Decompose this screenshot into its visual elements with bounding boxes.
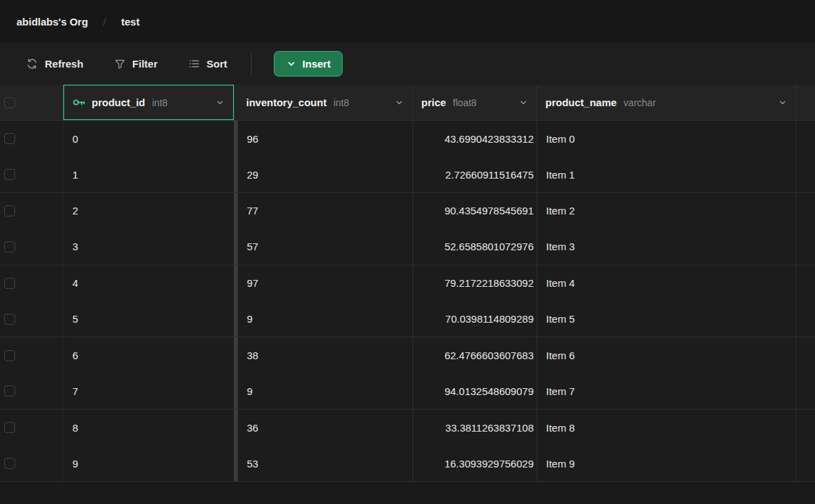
column-menu-chevron-icon[interactable] (215, 98, 225, 108)
cell-inventory-count[interactable]: 9 (238, 374, 413, 409)
row-checkbox[interactable] (4, 385, 15, 396)
cell-inventory-count[interactable]: 29 (238, 157, 413, 192)
cell-inventory-count[interactable]: 9 (238, 301, 413, 336)
cell-price[interactable]: 16.3093929756029 (413, 446, 537, 481)
insert-button[interactable]: Insert (274, 51, 343, 77)
breadcrumb-separator: / (103, 16, 106, 28)
breadcrumb-table[interactable]: test (121, 16, 140, 28)
cell-product-name[interactable]: Item 9 (537, 446, 796, 481)
breadcrumb-org[interactable]: abidlabs's Org (17, 16, 88, 28)
row-select-cell (0, 265, 63, 301)
header-filler (796, 85, 815, 120)
column-type: int8 (334, 97, 350, 108)
cell-product-id[interactable]: 4 (63, 265, 234, 301)
row-checkbox[interactable] (4, 278, 15, 289)
column-menu-chevron-icon[interactable] (778, 98, 787, 108)
chevron-down-icon (286, 59, 296, 69)
row-checkbox[interactable] (4, 133, 15, 144)
cell-product-id[interactable]: 3 (63, 229, 234, 264)
top-bar: abidlabs's Org / test (0, 0, 815, 43)
row-checkbox[interactable] (4, 169, 15, 180)
row-select-cell (0, 121, 63, 157)
cell-price[interactable]: 2.72660911516475 (413, 157, 537, 192)
cell-price[interactable]: 94.0132548609079 (413, 374, 537, 409)
table-row: 9 53 16.3093929756029 Item 9 (0, 446, 815, 482)
table-row: 7 9 94.0132548609079 Item 7 (0, 374, 815, 410)
cell-product-name[interactable]: Item 0 (537, 121, 796, 157)
refresh-button[interactable]: Refresh (26, 58, 83, 70)
cell-inventory-count[interactable]: 57 (238, 229, 413, 264)
table-row: 8 36 33.3811263837108 Item 8 (0, 410, 815, 445)
column-name: product_name (545, 97, 616, 108)
cell-product-name[interactable]: Item 4 (537, 265, 796, 301)
column-header-product-name[interactable]: product_name varchar (537, 85, 796, 120)
table-row: 4 97 79.2172218633092 Item 4 (0, 265, 815, 301)
cell-inventory-count[interactable]: 96 (238, 121, 413, 157)
toolbar: Refresh Filter Sort Insert (0, 43, 815, 85)
row-checkbox[interactable] (4, 241, 15, 252)
row-checkbox[interactable] (4, 458, 15, 469)
filter-icon (114, 59, 125, 70)
cell-price[interactable]: 43.6990423833312 (413, 121, 537, 157)
cell-product-name[interactable]: Item 8 (537, 410, 796, 445)
cell-price[interactable]: 70.0398114809289 (413, 301, 537, 336)
select-all-checkbox[interactable] (4, 97, 15, 108)
column-name: price (421, 97, 446, 108)
cell-product-id[interactable]: 8 (63, 410, 234, 445)
row-checkbox[interactable] (4, 422, 15, 433)
cell-price[interactable]: 90.4354978545691 (413, 193, 537, 229)
column-header-product-id[interactable]: product_id int8 (63, 85, 234, 120)
cell-price[interactable]: 52.6585801072976 (413, 229, 537, 264)
cell-product-id[interactable]: 0 (63, 121, 234, 157)
column-header-price[interactable]: price float8 (413, 85, 537, 120)
cell-product-name[interactable]: Item 7 (537, 374, 796, 409)
cell-inventory-count[interactable]: 77 (238, 193, 413, 229)
cell-price[interactable]: 62.4766603607683 (413, 337, 537, 373)
table-row: 5 9 70.0398114809289 Item 5 (0, 301, 815, 337)
cell-price[interactable]: 79.2172218633092 (413, 265, 537, 301)
toolbar-divider (251, 53, 252, 75)
filter-button[interactable]: Filter (114, 58, 158, 70)
footer-bar (0, 482, 815, 504)
row-select-cell (0, 229, 63, 264)
sort-icon (188, 58, 200, 70)
row-select-cell (0, 410, 63, 445)
refresh-label: Refresh (45, 58, 83, 70)
table-row: 6 38 62.4766603607683 Item 6 (0, 337, 815, 373)
insert-label: Insert (303, 58, 331, 70)
column-menu-chevron-icon[interactable] (394, 98, 404, 108)
column-type: varchar (623, 97, 656, 108)
column-type: int8 (152, 97, 168, 108)
cell-product-id[interactable]: 9 (63, 446, 234, 481)
refresh-icon (26, 58, 38, 70)
row-checkbox[interactable] (4, 205, 15, 216)
row-select-cell (0, 374, 63, 409)
row-select-cell (0, 193, 63, 229)
cell-price[interactable]: 33.3811263837108 (413, 410, 537, 445)
cell-inventory-count[interactable]: 38 (238, 337, 413, 373)
column-type: float8 (453, 97, 476, 108)
filter-label: Filter (132, 58, 158, 70)
table-row: 1 29 2.72660911516475 Item 1 (0, 157, 815, 192)
cell-product-name[interactable]: Item 5 (537, 301, 796, 336)
cell-product-name[interactable]: Item 3 (537, 229, 796, 264)
cell-product-id[interactable]: 5 (63, 301, 234, 336)
row-select-cell (0, 301, 63, 336)
cell-product-id[interactable]: 1 (63, 157, 234, 192)
row-checkbox[interactable] (4, 314, 15, 325)
row-select-cell (0, 157, 63, 192)
cell-product-id[interactable]: 2 (63, 193, 234, 229)
column-menu-chevron-icon[interactable] (519, 98, 528, 108)
row-select-cell (0, 337, 63, 373)
row-checkbox[interactable] (4, 350, 15, 361)
cell-product-name[interactable]: Item 6 (537, 337, 796, 373)
cell-inventory-count[interactable]: 36 (238, 410, 413, 445)
column-header-inventory-count[interactable]: inventory_count int8 (238, 85, 413, 120)
sort-button[interactable]: Sort (188, 58, 228, 70)
cell-inventory-count[interactable]: 53 (238, 446, 413, 481)
cell-product-id[interactable]: 7 (63, 374, 234, 409)
cell-product-name[interactable]: Item 2 (537, 193, 796, 229)
cell-inventory-count[interactable]: 97 (238, 265, 413, 301)
cell-product-name[interactable]: Item 1 (537, 157, 796, 192)
cell-product-id[interactable]: 6 (63, 337, 234, 373)
